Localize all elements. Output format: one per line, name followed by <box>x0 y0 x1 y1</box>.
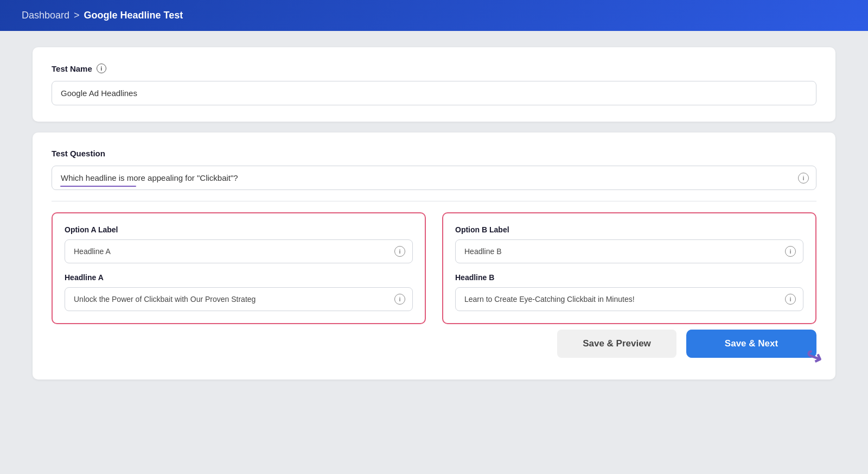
breadcrumb-dashboard[interactable]: Dashboard <box>22 10 69 21</box>
option-a-headline-label: Headline A <box>65 273 413 282</box>
test-name-label-text: Test Name <box>52 64 92 73</box>
option-a-headline-input[interactable] <box>65 287 413 311</box>
breadcrumb-separator: > <box>74 10 80 21</box>
options-row: Option A Label i Headline A i <box>52 212 816 324</box>
option-a-box: Option A Label i Headline A i <box>52 212 426 324</box>
test-name-input[interactable] <box>52 81 816 105</box>
option-a-headline-input-wrapper: i <box>65 287 413 311</box>
option-b-label-text: Option B Label <box>455 225 803 234</box>
main-content: Test Name i Test Question i Option A Lab… <box>0 31 868 396</box>
test-question-card: Test Question i Option A Label i Headli <box>33 132 835 380</box>
page-header: Dashboard > Google Headline Test <box>0 0 868 31</box>
question-input-underline <box>60 186 136 187</box>
save-preview-button[interactable]: Save & Preview <box>557 330 676 358</box>
save-next-button[interactable]: Save & Next <box>686 330 816 358</box>
option-a-label-info-icon[interactable]: i <box>394 246 405 257</box>
option-b-headline-label: Headline B <box>455 273 803 282</box>
test-question-label: Test Question <box>52 149 816 158</box>
option-b-label-group: Option B Label i <box>455 225 803 263</box>
breadcrumb-current: Google Headline Test <box>84 10 183 21</box>
test-question-input[interactable] <box>52 166 816 190</box>
test-name-label: Test Name i <box>52 64 816 73</box>
test-name-info-icon[interactable]: i <box>97 64 106 73</box>
test-name-card: Test Name i <box>33 47 835 122</box>
option-b-label-input-wrapper: i <box>455 239 803 263</box>
option-b-box: Option B Label i Headline B i <box>442 212 816 324</box>
option-b-label-input[interactable] <box>455 239 803 263</box>
test-question-label-text: Test Question <box>52 149 105 158</box>
option-b-label-info-icon[interactable]: i <box>785 246 796 257</box>
option-a-label-group: Option A Label i <box>65 225 413 263</box>
test-question-input-wrapper: i <box>52 166 816 190</box>
option-b-headline-group: Headline B i <box>455 273 803 311</box>
option-b-headline-info-icon[interactable]: i <box>785 294 796 305</box>
option-a-headline-info-icon[interactable]: i <box>394 294 405 305</box>
option-b-headline-input-wrapper: i <box>455 287 803 311</box>
options-divider <box>52 201 816 201</box>
option-a-headline-group: Headline A i <box>65 273 413 311</box>
option-a-label-text: Option A Label <box>65 225 413 234</box>
test-question-info-icon[interactable]: i <box>798 173 809 184</box>
option-a-label-input[interactable] <box>65 239 413 263</box>
option-b-headline-input[interactable] <box>455 287 803 311</box>
option-a-label-input-wrapper: i <box>65 239 413 263</box>
breadcrumb: Dashboard > Google Headline Test <box>22 10 183 21</box>
footer-actions: Save & Preview Save & Next ↩ <box>52 324 816 363</box>
